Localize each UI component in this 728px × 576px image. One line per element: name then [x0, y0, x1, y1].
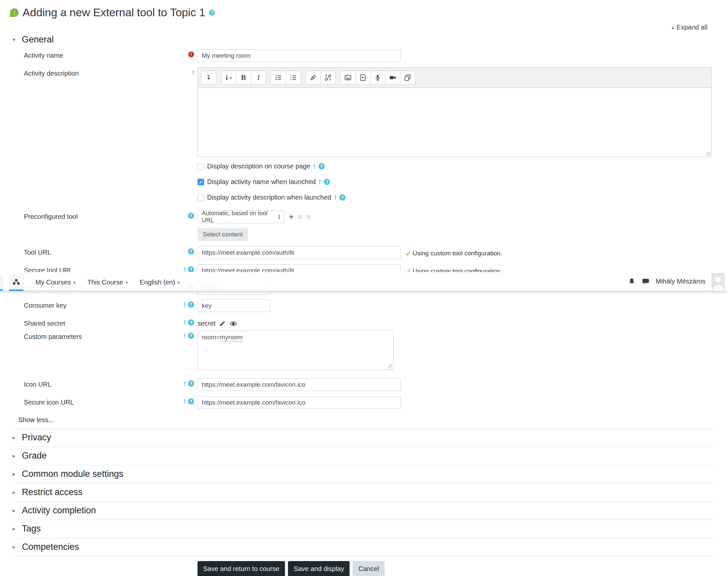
- notifications-bell-icon[interactable]: [628, 278, 636, 285]
- checkbox-label: Display activity description when launch…: [207, 194, 331, 201]
- more-info-icon[interactable]: !: [319, 179, 321, 185]
- delete-tool-icon[interactable]: ✕: [306, 213, 311, 221]
- add-tool-icon[interactable]: +: [289, 212, 294, 222]
- icon-url-input[interactable]: [198, 378, 401, 391]
- more-info-icon[interactable]: !: [192, 69, 194, 76]
- page-header: ↑ Adding a new External tool to Topic 1 …: [0, 0, 728, 19]
- more-info-icon[interactable]: !: [184, 319, 186, 326]
- collapsed-triangle-icon: ▸: [12, 507, 15, 514]
- menu-my-courses[interactable]: My Courses▾: [35, 279, 75, 291]
- title-help-icon[interactable]: ?: [209, 10, 215, 16]
- help-icon[interactable]: ?: [188, 333, 194, 339]
- bold-icon[interactable]: B: [236, 70, 251, 85]
- sitemap-icon: [12, 279, 20, 286]
- help-icon[interactable]: ?: [188, 248, 194, 255]
- save-and-return-button[interactable]: Save and return to course: [198, 561, 285, 576]
- insert-image-icon[interactable]: [340, 70, 356, 85]
- help-icon[interactable]: ?: [188, 301, 194, 308]
- more-info-icon[interactable]: !: [334, 194, 336, 201]
- help-icon[interactable]: ?: [188, 380, 194, 387]
- svg-text:3: 3: [290, 79, 292, 81]
- select-content-button[interactable]: Select content: [198, 228, 248, 241]
- moodle-external-tool-form-page: ↑ Adding a new External tool to Topic 1 …: [0, 0, 728, 576]
- unlink-icon[interactable]: [321, 70, 336, 85]
- display-activity-description-checkbox[interactable]: [198, 194, 204, 201]
- help-icon[interactable]: ?: [188, 319, 194, 326]
- editor-resize-handle[interactable]: [706, 152, 711, 156]
- section-common-module-settings[interactable]: ▸Common module settings: [12, 465, 716, 484]
- required-icon: !: [188, 51, 194, 57]
- save-and-display-button[interactable]: Save and display: [288, 561, 350, 576]
- external-tool-module-icon: ↑: [10, 8, 19, 17]
- more-info-icon[interactable]: !: [184, 301, 186, 308]
- cancel-button[interactable]: Cancel: [353, 561, 384, 576]
- record-video-icon[interactable]: [385, 70, 400, 85]
- secure-icon-url-input[interactable]: [198, 396, 401, 409]
- insert-media-icon[interactable]: [355, 70, 370, 85]
- section-activity-completion[interactable]: ▸Activity completion: [12, 502, 716, 520]
- shared-secret-value: secret: [198, 320, 215, 327]
- section-competencies[interactable]: ▸Competencies: [12, 538, 716, 556]
- more-info-icon[interactable]: !: [184, 398, 186, 405]
- help-icon[interactable]: ?: [324, 179, 330, 185]
- section-privacy[interactable]: ▸Privacy: [12, 429, 716, 447]
- more-info-icon[interactable]: !: [313, 163, 315, 169]
- more-info-icon[interactable]: !: [184, 380, 186, 387]
- toggle-toolbar-icon[interactable]: [201, 70, 216, 85]
- collapsed-sections: ▸Privacy ▸Grade ▸Common module settings …: [12, 428, 716, 556]
- italic-icon[interactable]: I: [251, 70, 266, 85]
- chevron-down-icon: ▾: [126, 280, 128, 285]
- section-restrict-access[interactable]: ▸Restrict access: [12, 484, 716, 502]
- secure-icon-url-row: Secure icon URL !?: [0, 396, 728, 409]
- nav-tab-partial[interactable]: [0, 275, 3, 291]
- general-section-header[interactable]: ▾ General: [0, 31, 728, 45]
- expand-all-row: ▸Expand all: [0, 19, 728, 31]
- help-icon[interactable]: ?: [188, 398, 194, 405]
- link-icon[interactable]: [305, 70, 321, 85]
- unordered-list-icon[interactable]: [271, 70, 286, 85]
- display-activity-name-checkbox[interactable]: ✓: [198, 179, 204, 185]
- navbar-left: My Courses▾ This Course▾ English (en)▾: [0, 272, 180, 291]
- tool-url-input[interactable]: [198, 247, 401, 259]
- expanded-triangle-icon: ▾: [12, 36, 15, 43]
- textarea-resize-handle[interactable]: [388, 365, 393, 369]
- section-grade[interactable]: ▸Grade: [12, 447, 716, 465]
- ordered-list-icon[interactable]: 123: [285, 70, 301, 85]
- more-info-icon[interactable]: !: [184, 333, 186, 339]
- tool-url-row: Tool URL ? ✓Using custom tool configurat…: [0, 247, 728, 259]
- description-editor-content[interactable]: [198, 88, 711, 157]
- display-options-block: Display description on course page ! ? ✓…: [0, 163, 728, 209]
- show-less-link[interactable]: Show less...: [0, 411, 728, 428]
- collapsed-triangle-icon: ▸: [12, 434, 15, 441]
- custom-parameters-textarea[interactable]: room=myroom: [198, 330, 394, 370]
- user-name[interactable]: Mihály Mészáros: [656, 278, 705, 285]
- avatar[interactable]: [711, 273, 725, 290]
- activity-description-label: Activity description: [0, 67, 176, 77]
- record-audio-icon[interactable]: [370, 70, 385, 85]
- misspelled-word: myroom: [220, 334, 243, 341]
- consumer-key-input[interactable]: [198, 299, 270, 312]
- top-navbar: My Courses▾ This Course▾ English (en)▾ M…: [0, 272, 728, 291]
- section-tags[interactable]: ▸Tags: [12, 520, 716, 538]
- consumer-key-label: Consumer key: [0, 299, 176, 309]
- icon-url-row: Icon URL !?: [0, 378, 728, 391]
- edit-tool-gear-icon[interactable]: [297, 214, 303, 220]
- edit-pencil-icon[interactable]: [219, 320, 226, 327]
- display-description-checkbox[interactable]: [198, 163, 204, 170]
- expand-all-link[interactable]: Expand all: [677, 24, 707, 31]
- display-activity-description-option: Display activity description when launch…: [198, 194, 728, 201]
- menu-language[interactable]: English (en)▾: [140, 279, 180, 291]
- show-secret-eye-icon[interactable]: [230, 320, 237, 327]
- activity-name-input[interactable]: [198, 50, 401, 62]
- messages-icon[interactable]: [641, 277, 650, 286]
- preconfigured-tool-select[interactable]: Automatic, based on tool URL ▴▾: [198, 210, 284, 223]
- sitemap-tab[interactable]: [9, 275, 24, 291]
- manage-files-icon[interactable]: [400, 70, 415, 85]
- help-icon[interactable]: ?: [318, 163, 325, 169]
- custom-parameters-row: Custom parameters !? room=myroom: [0, 330, 728, 370]
- text-style-icon[interactable]: i▾: [221, 70, 236, 85]
- help-icon[interactable]: ?: [188, 212, 194, 219]
- form-actions: Save and return to course Save and displ…: [0, 556, 728, 576]
- help-icon[interactable]: ?: [339, 194, 345, 201]
- menu-this-course[interactable]: This Course▾: [88, 279, 128, 291]
